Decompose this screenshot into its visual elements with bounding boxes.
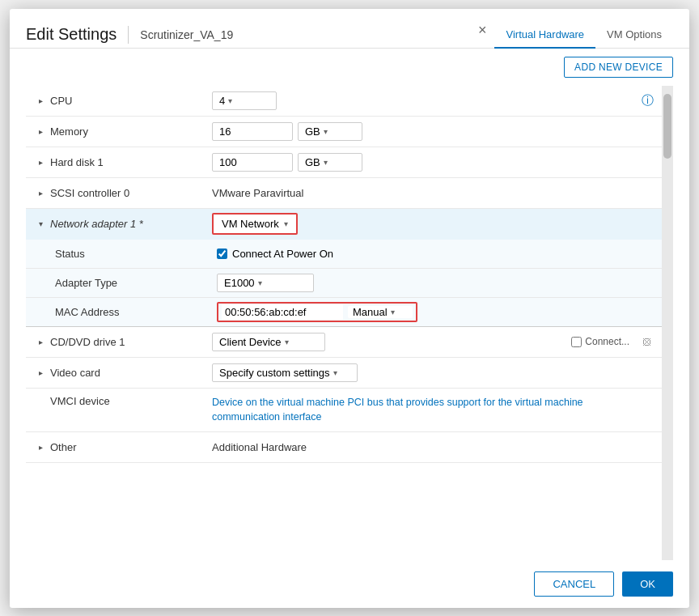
network-adapter-label: Network adapter 1 * [50,218,212,230]
dialog-title: Edit Settings [26,25,116,44]
connect-power-on-label: Connect At Power On [232,248,333,260]
video-card-select[interactable]: Specify custom settings ▾ [212,363,358,382]
dialog-footer: CANCEL OK [10,560,689,608]
ok-button[interactable]: OK [622,571,673,597]
hard-disk-value: 100 GB ▾ [212,153,654,172]
video-card-arrow-icon: ▾ [333,368,337,377]
status-row: Status Connect At Power On [26,240,662,269]
memory-unit-select[interactable]: GB ▾ [298,122,362,141]
cd-dvd-select[interactable]: Client Device ▾ [212,333,325,351]
cd-dvd-chevron[interactable]: ▸ [39,338,50,346]
scsi-value: VMware Paravirtual [212,187,654,199]
network-name: VM Network [222,218,279,230]
network-adapter-chevron[interactable]: ▾ [39,219,50,228]
vmci-value: Device on the virtual machine PCI bus th… [212,395,654,426]
memory-unit-arrow-icon: ▾ [324,127,328,136]
cd-dvd-type: Client Device [219,336,282,348]
adapter-type-arrow-icon: ▾ [258,278,262,287]
cpu-row: ▸ CPU 4 ▾ ⓘ [26,86,662,117]
hard-disk-unit-select[interactable]: GB ▾ [298,153,362,172]
tab-virtual-hardware[interactable]: Virtual Hardware [494,22,595,49]
cd-dvd-row: ▸ CD/DVD drive 1 Client Device ▾ Connect… [26,327,662,358]
tab-vm-options[interactable]: VM Options [595,22,673,49]
cpu-chevron[interactable]: ▸ [39,96,50,105]
hard-disk-unit: GB [305,156,320,168]
cd-connect-checkbox[interactable] [571,337,582,347]
memory-row: ▸ Memory 16 GB ▾ [26,117,662,147]
add-device-button[interactable]: ADD NEW DEVICE [564,57,673,78]
toolbar: ADD NEW DEVICE [10,49,689,86]
mac-address-input[interactable] [222,304,343,320]
memory-amount: 16 [219,125,231,138]
adapter-type-label: Adapter Type [55,277,217,289]
mac-mode: Manual [353,306,388,318]
mac-address-value: Manual ▾ [217,302,654,322]
network-select[interactable]: VM Network ▾ [212,213,298,235]
scrollbar-thumb[interactable] [663,94,671,159]
video-card-row: ▸ Video card Specify custom settings ▾ [26,358,662,389]
video-card-chevron[interactable]: ▸ [39,368,50,377]
connect-power-on: Connect At Power On [217,248,333,260]
cd-connect-check: Connect... [571,336,629,347]
cd-remove-icon[interactable]: ⦻ [641,334,654,349]
status-value: Connect At Power On [217,248,654,260]
edit-settings-dialog: Edit Settings Scrutinizer_VA_19 × Virtua… [10,9,689,608]
hard-disk-input[interactable]: 100 [212,153,293,172]
mac-mode-arrow-icon: ▾ [391,308,395,316]
mac-mode-select[interactable]: Manual ▾ [348,306,413,318]
video-card-value: Specify custom settings ▾ [212,363,654,382]
scsi-type: VMware Paravirtual [212,187,303,199]
cpu-label: CPU [50,95,212,107]
memory-input[interactable]: 16 [212,122,293,141]
hard-disk-size: 100 [219,156,237,168]
settings-table-area: ▸ CPU 4 ▾ ⓘ ▸ Memory [26,86,673,560]
cpu-count: 4 [219,95,225,107]
hard-disk-chevron[interactable]: ▸ [39,158,50,167]
mac-address-row: MAC Address Manual ▾ [26,298,662,327]
vmci-description: Device on the virtual machine PCI bus th… [212,395,654,426]
hard-disk-label: Hard disk 1 [50,156,212,168]
cancel-button[interactable]: CANCEL [534,571,614,597]
video-card-setting: Specify custom settings [219,367,330,379]
hard-disk-unit-arrow-icon: ▾ [324,158,328,167]
other-label: Other [50,441,212,453]
network-adapter-row: ▾ Network adapter 1 * VM Network ▾ [26,209,662,240]
settings-table: ▸ CPU 4 ▾ ⓘ ▸ Memory [26,86,662,560]
status-label: Status [55,248,217,260]
header-separator [128,26,129,44]
memory-chevron[interactable]: ▸ [39,127,50,136]
cpu-select[interactable]: 4 ▾ [212,91,277,110]
other-chevron[interactable]: ▸ [39,443,50,452]
hard-disk-row: ▸ Hard disk 1 100 GB ▾ [26,147,662,178]
adapter-type-value: E1000 ▾ [217,274,654,292]
mac-address-label: MAC Address [55,306,217,318]
other-value: Additional Hardware [212,441,654,453]
adapter-type-row: Adapter Type E1000 ▾ [26,269,662,298]
other-description: Additional Hardware [212,441,307,453]
cpu-value: 4 ▾ [212,91,642,110]
cd-dvd-arrow-icon: ▾ [285,338,289,346]
memory-label: Memory [50,125,212,138]
cd-dvd-label: CD/DVD drive 1 [50,336,212,348]
dialog-header: Edit Settings Scrutinizer_VA_19 × Virtua… [10,9,689,49]
cd-dvd-value: Client Device ▾ Connect... ⦻ [212,333,654,351]
cpu-info-icon[interactable]: ⓘ [642,93,654,108]
cpu-arrow-icon: ▾ [228,96,232,105]
connect-power-on-checkbox[interactable] [217,249,227,259]
vmci-label: VMCI device [50,395,212,407]
scsi-chevron[interactable]: ▸ [39,189,50,198]
scrollbar-track[interactable] [662,86,673,560]
mac-input-wrapper: Manual ▾ [217,302,417,322]
network-arrow-icon: ▾ [284,219,288,228]
network-adapter-value: VM Network ▾ [212,213,654,235]
vm-name: Scrutinizer_VA_19 [140,28,233,41]
vmci-row: ▸ VMCI device Device on the virtual mach… [26,389,662,433]
close-button[interactable]: × [478,23,487,37]
tab-bar: Virtual Hardware VM Options [494,22,673,48]
adapter-type-select[interactable]: E1000 ▾ [217,274,314,292]
video-card-label: Video card [50,367,212,379]
adapter-type-name: E1000 [224,277,255,289]
memory-value: 16 GB ▾ [212,122,654,141]
other-row: ▸ Other Additional Hardware [26,432,662,463]
memory-unit: GB [305,125,320,138]
